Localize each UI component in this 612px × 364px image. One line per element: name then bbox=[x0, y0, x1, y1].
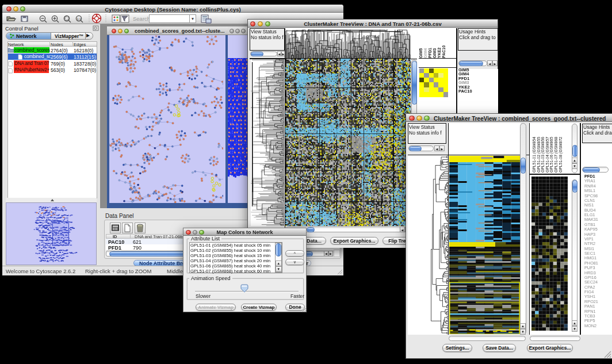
svg-text:1:1: 1:1 bbox=[77, 17, 82, 21]
